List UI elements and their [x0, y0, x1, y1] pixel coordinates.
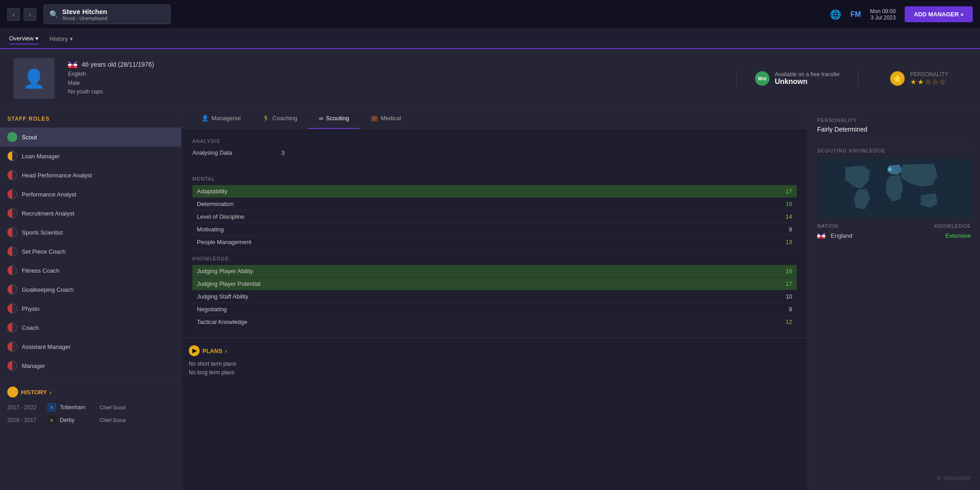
history-row-derby: 2016 - 2017 D Derby Chief Scout: [7, 416, 174, 425]
adaptability-name: Adaptability: [197, 188, 779, 195]
staff-role-assistant-manager[interactable]: Assistant Manager: [0, 337, 181, 356]
stats-section: MENTAL Adaptability 17 Determination 16 …: [181, 176, 808, 338]
tabs-bar: 👤 Managerial 🏃 Coaching ∞ Scouting 💼 Med…: [181, 108, 808, 129]
scouting-knowledge-section: SCOUTING KNOWLEDGE: [817, 148, 971, 239]
thegamer-branding: ⚙ THEGAMER: [936, 475, 971, 481]
stat-judging-player-ability: Judging Player Ability 16: [192, 265, 797, 278]
derby-club: Derby: [60, 417, 96, 423]
left-panel: STAFF ROLES Scout Loan Manager Head Perf…: [0, 108, 181, 490]
sub-nav-overview[interactable]: Overview ▾: [9, 33, 39, 44]
nationality-text: English: [68, 70, 723, 78]
level-of-discipline-value: 14: [779, 213, 792, 220]
scouting-tab-label: Scouting: [326, 115, 349, 122]
back-button[interactable]: ‹: [7, 8, 20, 21]
stat-judging-staff-ability: Judging Staff Ability 10: [192, 290, 797, 303]
knowledge-column-label: KNOWLEDGE: [934, 223, 971, 229]
main-content: 👤 46 years old (28/11/1976) English Male…: [0, 49, 980, 490]
staff-role-set-piece-coach[interactable]: Set Piece Coach: [0, 242, 181, 261]
history-label: History: [49, 35, 68, 42]
staff-role-coach[interactable]: Coach: [0, 318, 181, 337]
tab-scouting[interactable]: ∞ Scouting: [308, 108, 360, 129]
plans-icon: ▶: [189, 345, 200, 356]
reputation-info: PERSONALITY ★★☆☆☆: [910, 71, 948, 86]
staff-role-sports-scientist[interactable]: Sports Scientist: [0, 223, 181, 242]
scouting-tab-icon: ∞: [319, 115, 323, 122]
stat-level-of-discipline: Level of Discipline 14: [192, 211, 797, 223]
history-section: ▶ HISTORY › 2017 - 2022 T Tottenham Chie…: [0, 379, 181, 436]
flag-england: [68, 62, 77, 68]
knowledge-category: KNOWLEDGE: [192, 256, 797, 261]
people-management-name: People Management: [197, 239, 779, 245]
tab-coaching[interactable]: 🏃 Coaching: [251, 108, 308, 129]
history-title[interactable]: ▶ HISTORY ›: [7, 387, 174, 397]
set-piece-label: Set Piece Coach: [22, 248, 66, 255]
history-title-text: HISTORY: [21, 389, 47, 396]
transfer-status-section: Wnt Available on a free transfer Unknown: [736, 71, 858, 86]
time-display: Mon 09:00: [870, 8, 896, 15]
adaptability-value: 17: [779, 188, 792, 195]
assistant-manager-dot: [7, 342, 17, 352]
stat-people-management: People Management 13: [192, 236, 797, 249]
staff-role-loan-manager[interactable]: Loan Manager: [0, 147, 181, 166]
people-management-value: 13: [779, 239, 792, 245]
staff-role-physio[interactable]: Physio: [0, 299, 181, 318]
judging-player-potential-name: Judging Player Potential: [197, 280, 779, 287]
tab-medical[interactable]: 💼 Medical: [360, 108, 412, 129]
england-flag-icon: [817, 233, 825, 239]
wnt-badge: Wnt: [755, 71, 769, 86]
reputation-label: PERSONALITY: [910, 71, 948, 78]
motivating-value: 8: [779, 226, 792, 233]
scouting-knowledge-title: SCOUTING KNOWLEDGE: [817, 148, 971, 153]
judging-player-ability-name: Judging Player Ability: [197, 268, 779, 274]
add-manager-button[interactable]: ADD MANAGER »: [905, 6, 973, 22]
age-text: 46 years old (28/11/1976): [82, 61, 154, 68]
forward-button[interactable]: ›: [24, 8, 36, 21]
search-bar[interactable]: 🔍 Steve Hitchen Scout - Unemployed: [44, 5, 171, 24]
plans-title-text: PLANS: [202, 348, 222, 354]
managerial-tab-label: Managerial: [211, 115, 240, 122]
nav-arrows: ‹ ›: [7, 8, 36, 21]
staff-roles-title: STAFF ROLES: [0, 116, 181, 127]
staff-role-fitness-coach[interactable]: Fitness Coach: [0, 261, 181, 280]
stat-determination: Determination 16: [192, 198, 797, 211]
coaching-tab-icon: 🏃: [262, 115, 270, 122]
tactical-knowledge-name: Tactical Knowledge: [197, 318, 779, 325]
stat-negotiating: Negotiating 8: [192, 303, 797, 316]
coaching-tab-label: Coaching: [272, 115, 297, 122]
plans-section: ▶ PLANS › No short term plans No long te…: [181, 338, 808, 384]
goalkeeping-dot: [7, 284, 17, 294]
tab-managerial[interactable]: 👤 Managerial: [191, 108, 251, 129]
profile-header: 👤 46 years old (28/11/1976) English Male…: [0, 49, 980, 108]
negotiating-name: Negotiating: [197, 306, 779, 313]
nation-header-row: NATION KNOWLEDGE: [817, 223, 971, 229]
history-arrow-icon: ›: [49, 389, 51, 396]
staff-role-goalkeeping-coach[interactable]: Goalkeeping Coach: [0, 280, 181, 299]
plans-title[interactable]: ▶ PLANS ›: [189, 345, 800, 356]
staff-role-recruitment-analyst[interactable]: Recruitment Analyst: [0, 204, 181, 223]
player-name-nav: Steve Hitchen: [62, 8, 108, 15]
derby-role: Chief Scout: [100, 417, 126, 423]
analysis-label: ANALYSIS: [192, 138, 797, 144]
physio-label: Physio: [22, 305, 39, 312]
judging-staff-ability-name: Judging Staff Ability: [197, 293, 779, 300]
derby-years: 2016 - 2017: [7, 417, 44, 423]
head-performance-dot: [7, 170, 17, 180]
datetime: Mon 09:00 3 Jul 2023: [870, 8, 896, 21]
transfer-value: Unknown: [775, 78, 840, 86]
staff-role-manager[interactable]: Manager: [0, 356, 181, 375]
nation-knowledge-section: NATION KNOWLEDGE England Extensive: [817, 223, 971, 239]
staff-role-performance-analyst[interactable]: Performance Analyst: [0, 185, 181, 204]
coach-label: Coach: [22, 324, 39, 331]
globe-icon[interactable]: 🌐: [830, 9, 841, 20]
recruitment-label: Recruitment Analyst: [22, 210, 74, 217]
sub-nav-history[interactable]: History ▾: [49, 34, 73, 44]
england-knowledge-row: England Extensive: [817, 232, 971, 239]
staff-role-scout[interactable]: Scout: [0, 127, 181, 147]
staff-role-head-performance-analyst[interactable]: Head Performance Analyst: [0, 166, 181, 185]
tottenham-role: Chief Scout: [100, 405, 126, 410]
level-of-discipline-name: Level of Discipline: [197, 213, 779, 220]
analysing-data-name: Analysing Data: [192, 149, 274, 156]
performance-analyst-label: Performance Analyst: [22, 191, 76, 198]
fitness-coach-label: Fitness Coach: [22, 267, 59, 274]
profile-info: 46 years old (28/11/1976) English Male N…: [68, 61, 723, 96]
